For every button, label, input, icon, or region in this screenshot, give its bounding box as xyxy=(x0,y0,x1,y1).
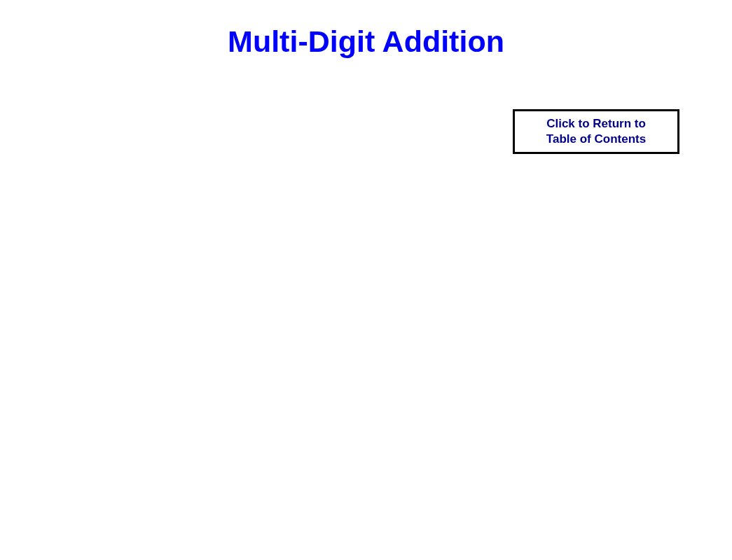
return-button-line1: Click to Return to xyxy=(546,117,646,130)
return-to-toc-button[interactable]: Click to Return to Table of Contents xyxy=(513,109,679,154)
return-button-line2: Table of Contents xyxy=(546,132,646,146)
return-button-label: Click to Return to Table of Contents xyxy=(546,116,646,147)
page-title: Multi-Digit Addition xyxy=(0,24,732,59)
